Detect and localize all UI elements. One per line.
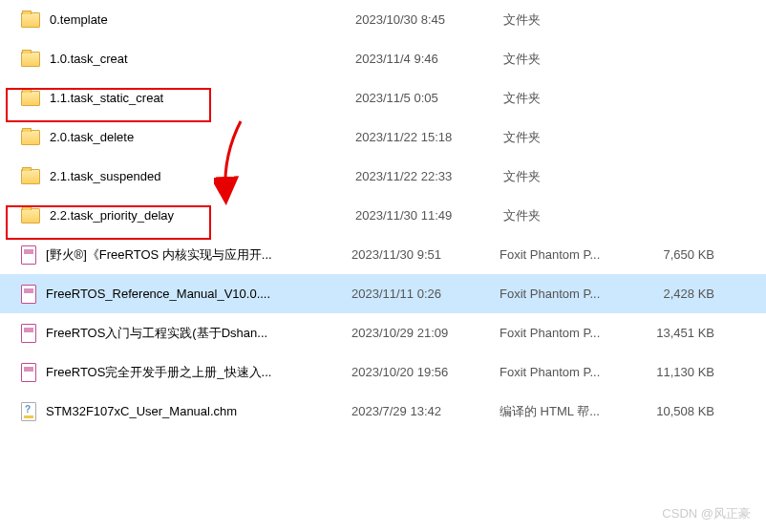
file-size: 10,508 KB xyxy=(638,404,724,418)
file-date: 2023/7/29 13:42 xyxy=(351,404,500,418)
file-type: Foxit Phantom P... xyxy=(500,365,638,379)
file-name: 2.0.task_delete xyxy=(50,130,355,144)
folder-icon xyxy=(21,130,40,145)
file-date: 2023/11/22 22:33 xyxy=(355,169,503,183)
file-row[interactable]: [野火®]《FreeRTOS 内核实现与应用开...2023/11/30 9:5… xyxy=(0,235,766,274)
file-name: FreeRTOS入门与工程实践(基于Dshan... xyxy=(46,325,351,342)
file-row[interactable]: FreeRTOS入门与工程实践(基于Dshan...2023/10/29 21:… xyxy=(0,313,766,352)
file-name: 0.template xyxy=(50,12,355,27)
file-date: 2023/11/22 15:18 xyxy=(355,130,503,144)
file-row[interactable]: 2.2.task_priority_delay2023/11/30 11:49文… xyxy=(0,196,766,235)
file-type: 文件夹 xyxy=(503,129,642,146)
folder-icon xyxy=(21,52,40,67)
file-type: 文件夹 xyxy=(503,168,642,185)
pdf-icon xyxy=(21,285,36,304)
file-type: 文件夹 xyxy=(503,51,642,68)
file-type: Foxit Phantom P... xyxy=(500,326,638,340)
file-date: 2023/11/30 11:49 xyxy=(355,208,503,223)
pdf-icon xyxy=(21,363,36,382)
file-row[interactable]: 2.1.task_suspended2023/11/22 22:33文件夹 xyxy=(0,157,766,196)
file-name: 1.0.task_creat xyxy=(50,52,355,66)
file-type: 编译的 HTML 帮... xyxy=(500,403,638,420)
file-row[interactable]: FreeRTOS_Reference_Manual_V10.0....2023/… xyxy=(0,274,766,313)
file-date: 2023/11/4 9:46 xyxy=(355,52,503,66)
file-name: 2.2.task_priority_delay xyxy=(50,208,355,223)
file-size: 11,130 KB xyxy=(638,365,724,379)
file-size: 13,451 KB xyxy=(638,326,724,340)
file-size: 2,428 KB xyxy=(638,287,724,301)
folder-icon xyxy=(21,208,40,223)
file-name: 2.1.task_suspended xyxy=(50,169,355,183)
file-row[interactable]: 1.1.task_static_creat2023/11/5 0:05文件夹 xyxy=(0,78,766,117)
file-date: 2023/10/29 21:09 xyxy=(351,326,500,340)
watermark: CSDN @风正豪 xyxy=(662,505,751,522)
folder-icon xyxy=(21,12,40,28)
file-row[interactable]: 1.0.task_creat2023/11/4 9:46文件夹 xyxy=(0,39,766,78)
pdf-icon xyxy=(21,245,36,265)
file-row[interactable]: FreeRTOS完全开发手册之上册_快速入...2023/10/20 19:56… xyxy=(0,352,766,392)
pdf-icon xyxy=(21,324,36,343)
file-type: Foxit Phantom P... xyxy=(500,247,638,262)
file-type: 文件夹 xyxy=(503,207,642,224)
file-date: 2023/11/5 0:05 xyxy=(355,91,503,105)
file-date: 2023/11/30 9:51 xyxy=(351,247,500,262)
file-date: 2023/10/20 19:56 xyxy=(351,365,500,379)
file-size: 7,650 KB xyxy=(638,247,724,262)
file-name: [野火®]《FreeRTOS 内核实现与应用开... xyxy=(46,246,351,264)
file-date: 2023/10/30 8:45 xyxy=(355,12,503,27)
file-list: 0.template2023/10/30 8:45文件夹1.0.task_cre… xyxy=(0,0,766,431)
file-row[interactable]: 0.template2023/10/30 8:45文件夹 xyxy=(0,0,766,39)
file-name: FreeRTOS完全开发手册之上册_快速入... xyxy=(46,364,351,381)
folder-icon xyxy=(21,91,40,106)
chm-icon xyxy=(21,402,36,421)
file-name: STM32F107xC_User_Manual.chm xyxy=(46,404,351,418)
folder-icon xyxy=(21,169,40,184)
file-type: Foxit Phantom P... xyxy=(500,287,638,301)
file-type: 文件夹 xyxy=(503,90,642,107)
file-name: 1.1.task_static_creat xyxy=(50,91,355,105)
file-row[interactable]: STM32F107xC_User_Manual.chm2023/7/29 13:… xyxy=(0,392,766,431)
file-row[interactable]: 2.0.task_delete2023/11/22 15:18文件夹 xyxy=(0,117,766,157)
file-date: 2023/11/11 0:26 xyxy=(351,287,500,301)
file-name: FreeRTOS_Reference_Manual_V10.0.... xyxy=(46,287,351,301)
file-type: 文件夹 xyxy=(503,11,642,29)
